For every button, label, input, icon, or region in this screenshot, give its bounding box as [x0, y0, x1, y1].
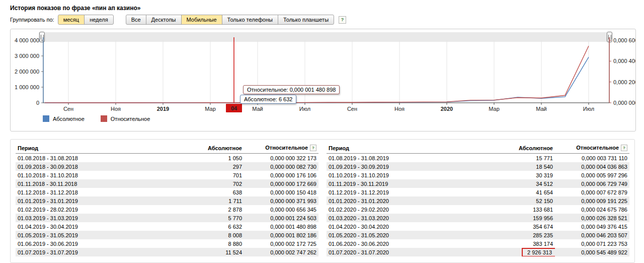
- table-row: 01.10.2018 - 31.10.20187010,000 000 176 …: [16, 171, 318, 179]
- svg-text:Июл: Июл: [299, 106, 310, 112]
- absolute-cell: 1 711: [190, 196, 244, 205]
- column-header-absolute: Абсолютное: [190, 144, 244, 154]
- table-row: 01.12.2018 - 31.12.20186380,000 000 150 …: [16, 188, 318, 196]
- period-cell: 01.12.2019 - 31.12.2019: [327, 188, 501, 196]
- column-header-period: Период: [16, 144, 190, 154]
- controls-bar: Группировать по: месяцнеделя ВсеДесктопы…: [10, 15, 644, 25]
- period-cell: 01.11.2018 - 30.11.2018: [16, 179, 190, 188]
- absolute-cell: 6 632: [190, 222, 244, 231]
- svg-text:4 000 000: 4 000 000: [15, 37, 39, 43]
- device-button-1[interactable]: Десктопы: [146, 15, 182, 25]
- legend-item: Абсолютное: [43, 115, 85, 122]
- table-row: 01.06.2019 - 30.06.20198 8800,000 002 17…: [16, 239, 318, 248]
- tooltip-relative: Относительное: 0,000 001 480 898: [243, 85, 340, 94]
- absolute-cell: 41 654: [501, 188, 555, 196]
- table-row: 01.07.2020 - 31.07.20202 926 3130,000 54…: [327, 248, 629, 256]
- period-cell: 01.09.2019 - 30.09.2019: [327, 162, 501, 171]
- absolute-cell: 383 174: [501, 239, 555, 248]
- svg-text:2020: 2020: [441, 106, 453, 112]
- device-button-4[interactable]: Только планшеты: [278, 15, 334, 25]
- table-row: 01.05.2020 - 31.05.2020285 2350,000 046 …: [327, 231, 629, 239]
- svg-text:0: 0: [36, 100, 39, 106]
- svg-text:Ноя: Ноя: [394, 106, 405, 112]
- absolute-cell: 2 926 313: [501, 248, 555, 256]
- absolute-cell: 18 540: [501, 162, 555, 171]
- table-header-row: Период Абсолютное Относительное?: [16, 144, 318, 154]
- period-cell: 01.02.2020 - 29.02.2020: [327, 205, 501, 214]
- relative-cell: 0,000 007 672 879: [555, 188, 629, 196]
- period-cell: 01.04.2019 - 30.04.2019: [16, 222, 190, 231]
- relative-cell: 0,000 049 376 415: [555, 222, 629, 231]
- legend-label: Относительное: [111, 116, 150, 122]
- svg-text:Сен: Сен: [347, 106, 357, 112]
- table-row: 01.08.2019 - 31.08.201915 7710,000 003 7…: [327, 154, 629, 163]
- table-row: 01.09.2018 - 30.09.20182970,000 000 082 …: [16, 162, 318, 171]
- column-header-period: Период: [327, 144, 501, 154]
- device-filter-button-group: ВсеДесктопыМобильныеТолько телефоныТольк…: [126, 15, 334, 25]
- period-cell: 01.09.2018 - 30.09.2018: [16, 162, 190, 171]
- relative-cell: 0,000 000 371 993: [244, 196, 318, 205]
- relative-cell: 0,000 046 203 507: [555, 231, 629, 239]
- device-button-0[interactable]: Все: [126, 15, 146, 25]
- period-cell: 01.07.2019 - 31.07.2019: [16, 248, 190, 256]
- absolute-cell: 701: [190, 171, 244, 179]
- absolute-cell: 34 512: [501, 179, 555, 188]
- period-cell: 01.10.2019 - 31.10.2019: [327, 171, 501, 179]
- help-icon[interactable]: ?: [621, 145, 627, 151]
- period-cell: 01.03.2019 - 31.03.2019: [16, 214, 190, 222]
- svg-text:2019: 2019: [157, 106, 169, 112]
- history-table-right: Период Абсолютное Относительное? 01.08.2…: [327, 144, 629, 256]
- svg-text:0,000 000: 0,000 000: [613, 100, 635, 106]
- absolute-cell: 11 524: [190, 248, 244, 256]
- absolute-cell: 5 770: [190, 214, 244, 222]
- absolute-cell: 8 880: [190, 239, 244, 248]
- period-cell: 01.07.2020 - 31.07.2020: [327, 248, 501, 256]
- table-row: 01.03.2020 - 31.03.2020159 9560,000 026 …: [327, 214, 629, 222]
- history-table-left: Период Абсолютное Относительное? 01.08.2…: [16, 144, 318, 256]
- relative-cell: 0,000 024 675 786: [555, 205, 629, 214]
- grouping-label: Группировать по:: [10, 17, 54, 23]
- relative-cell: 0,000 071 223 753: [555, 239, 629, 248]
- tooltip-absolute: Абсолютное: 6 632: [240, 95, 296, 104]
- help-icon[interactable]: ?: [310, 145, 316, 151]
- period-cell: 01.03.2020 - 31.03.2020: [327, 214, 501, 222]
- legend-swatch-icon: [101, 115, 107, 122]
- absolute-cell: 297: [190, 162, 244, 171]
- absolute-cell: 52 150: [501, 196, 555, 205]
- table-row: 01.05.2019 - 31.05.20198 0080,000 001 80…: [16, 231, 318, 239]
- device-button-2[interactable]: Мобильные: [181, 15, 222, 25]
- legend-swatch-icon: [43, 115, 49, 122]
- absolute-cell: 15 771: [501, 154, 555, 163]
- table-row: 01.01.2020 - 31.01.202052 1500,000 009 1…: [327, 196, 629, 205]
- period-cell: 01.02.2019 - 28.02.2019: [16, 205, 190, 214]
- svg-text:Мар: Мар: [205, 106, 216, 112]
- absolute-cell: 1 050: [190, 154, 244, 163]
- period-cell: 01.06.2019 - 30.06.2019: [16, 239, 190, 248]
- page-title: История показов по фразе «пин ап казино»: [10, 5, 644, 12]
- period-cell: 01.05.2019 - 31.05.2019: [16, 231, 190, 239]
- device-button-3[interactable]: Только телефоны: [222, 15, 278, 25]
- help-icon[interactable]: ?: [339, 16, 346, 24]
- period-cell: 01.10.2018 - 31.10.2018: [16, 171, 190, 179]
- grouping-button-1[interactable]: неделя: [84, 15, 114, 25]
- svg-text:Май: Май: [536, 106, 547, 112]
- period-cell: 01.05.2020 - 31.05.2020: [327, 231, 501, 239]
- relative-cell: 0,000 000 176 106: [244, 171, 318, 179]
- absolute-cell: 354 674: [501, 222, 555, 231]
- relative-cell: 0,000 000 172 669: [244, 179, 318, 188]
- relative-cell: 0,000 002 172 725: [244, 239, 318, 248]
- grouping-button-group: месяцнеделя: [58, 15, 114, 25]
- table-row: 01.11.2019 - 30.11.201934 5120,000 006 7…: [327, 179, 629, 188]
- period-cell: 01.08.2018 - 31.08.2018: [16, 154, 190, 163]
- table-row: 01.03.2019 - 31.03.20195 7700,000 001 22…: [16, 214, 318, 222]
- absolute-cell: 702: [190, 179, 244, 188]
- relative-cell: 0,000 545 489 922: [555, 248, 629, 256]
- absolute-cell: 159 956: [501, 214, 555, 222]
- relative-cell: 0,000 001 480 898: [244, 222, 318, 231]
- relative-cell: 0,000 026 328 521: [555, 214, 629, 222]
- grouping-button-0[interactable]: месяц: [58, 15, 85, 25]
- svg-text:Мар: Мар: [489, 106, 500, 112]
- svg-text:Июл: Июл: [583, 106, 594, 112]
- relative-cell: 0,000 002 747 262: [244, 248, 318, 256]
- svg-text:Ноя: Ноя: [111, 106, 121, 112]
